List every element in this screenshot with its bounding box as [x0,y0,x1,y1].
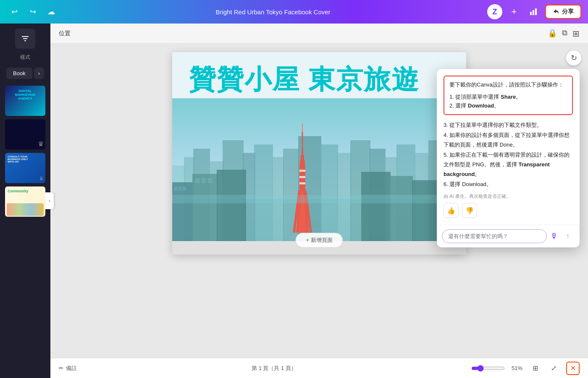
toolbar-position-label: 位置 [59,30,71,37]
expand-button[interactable]: ⤢ [548,362,559,374]
svg-rect-0 [530,12,532,15]
svg-rect-45 [183,186,186,191]
topbar-left: ↩ ↪ ☁ [7,4,59,19]
community-banner [7,203,44,216]
canvas-area: 位置 🔒 ⧉ ⊞ ↻ 贊贊小屋 東京旅遊 [50,24,588,378]
svg-rect-48 [202,178,206,183]
svg-rect-46 [192,174,218,241]
left-sidebar: 樣式 Book › DIGITALMARKETINGAGENCY ♛ CONSU… [0,24,50,378]
svg-rect-49 [208,178,212,183]
svg-rect-53 [412,180,439,241]
canvas-image-area [172,98,466,241]
zoom-level: 51% [512,365,522,371]
template-item-1[interactable]: DIGITALMARKETINGAGENCY [5,86,45,116]
canvas-refresh-button[interactable]: ↻ [566,50,581,66]
ai-step-2: 2. 選擇 Download。 [449,102,567,110]
redo-button[interactable]: ↪ [25,4,40,19]
grid-view-button[interactable]: ⊞ [529,362,541,374]
tokyo-skyline-svg [172,98,466,241]
ai-highlighted-steps: 1. 從頂部菜單中選擇 Share。 2. 選擇 Download。 [449,93,567,110]
svg-rect-14 [254,144,273,241]
ai-step-3: 3. 從下拉菜單中選擇你的下載文件類型。 [444,120,573,130]
bottom-bar-right: 51% ⊞ ⤢ ✕ [471,362,580,375]
thumbdown-button[interactable]: 👎 [462,203,477,218]
svg-rect-50 [217,170,246,241]
add-page-area: + 新增頁面 [172,241,466,255]
template-item-community[interactable]: Community [5,186,45,217]
analytics-button[interactable] [526,4,541,19]
template-label-1: DIGITALMARKETINGAGENCY [5,86,45,104]
cloud-save-button[interactable]: ☁ [44,4,59,19]
sidebar-section-label: 樣式 [20,54,30,61]
thumbup-button[interactable]: 👍 [444,203,459,218]
template-item-3[interactable]: CONSULT YOURBUSINESS ONLYWITH US! ♛ [5,153,45,183]
bottom-bar: ✏ 備註 第 1 頁（共 1 頁） 51% ⊞ ⤢ ✕ [50,358,588,378]
ai-intro-text: 要下載你的Canva設計，請按照以下步驟操作： [449,81,567,89]
canvas-title-area: 贊贊小屋 東京旅遊 [172,52,466,98]
page-info: 第 1 頁（共 1 頁） [84,365,465,372]
notes-icon: ✏ [59,365,63,371]
copy-icon[interactable]: ⧉ [562,29,567,39]
svg-rect-1 [533,10,534,15]
ai-panel: 要下載你的Canva設計，請按照以下步驟操作： 1. 從頂部菜單中選擇 Shar… [437,69,580,247]
template-label-3: CONSULT YOURBUSINESS ONLYWITH US! [5,153,45,165]
topbar: ↩ ↪ ☁ Bright Red Urban Tokyo Facebook Co… [0,0,588,24]
ai-footer-label: 由 AI 產生。再次檢查是否正確。 [444,193,573,200]
ai-input-area: 🎙 ↑ [437,225,580,247]
sidebar-collapse-button[interactable]: ‹ [45,192,54,209]
add-page-button[interactable]: + 新增頁面 [295,233,343,248]
ai-step-5: 5. 如果你正在下載一個有透明背景的設計，確保你的文件類型是 PNG。然後，選擇… [444,150,573,179]
sidebar-chevron-button[interactable]: › [34,68,44,79]
canvas-card: 贊贊小屋 東京旅遊 [172,52,466,255]
svg-rect-18 [320,144,338,241]
svg-rect-36 [300,160,305,165]
template-label-community: Community [5,186,45,196]
svg-rect-44 [178,186,182,191]
lock-icon[interactable]: 🔒 [548,29,557,39]
share-button[interactable]: 分享 [545,5,581,19]
ai-chat-input[interactable] [442,229,547,243]
canvas-main-title: 贊贊小屋 東京旅遊 [189,65,449,94]
book-selector: Book › [6,68,44,79]
main-layout: 樣式 Book › DIGITALMARKETINGAGENCY ♛ CONSU… [0,24,588,378]
zoom-slider[interactable] [471,365,505,372]
document-title: Bright Red Urban Tokyo Facebook Cover [64,8,482,16]
filter-button[interactable] [15,29,35,49]
canvas-workspace[interactable]: ↻ 贊贊小屋 東京旅遊 [50,44,588,358]
ai-highlighted-section: 要下載你的Canva設計，請按照以下步驟操作： 1. 從頂部菜單中選擇 Shar… [444,76,573,115]
ai-step-4: 4. 如果你的設計有多個頁面，從下拉菜單中選擇你想下載的頁面，然後選擇 Done… [444,130,573,150]
template-list: DIGITALMARKETINGAGENCY ♛ CONSULT YOURBUS… [0,86,50,217]
ai-feedback-area: 👍 👎 [444,203,573,218]
svg-rect-2 [535,8,537,15]
share-label: 分享 [562,8,574,16]
notes-label: 備註 [66,365,77,372]
svg-rect-32 [299,176,305,178]
ai-send-button[interactable]: ↑ [561,230,575,243]
brand-logo: Z [487,4,502,19]
svg-rect-31 [299,170,305,172]
undo-button[interactable]: ↩ [7,4,22,19]
canvas-toolbar: 位置 🔒 ⧉ ⊞ [50,24,588,44]
svg-rect-42 [172,182,193,241]
ai-panel-content: 要下載你的Canva設計，請按照以下步驟操作： 1. 從頂部菜單中選擇 Shar… [437,69,580,225]
svg-rect-55 [172,195,466,203]
template-crown-icon: ♛ [38,140,44,148]
template-crown-2-icon: ♛ [39,176,44,181]
ai-steps-list: 3. 從下拉菜單中選擇你的下載文件類型。 4. 如果你的設計有多個頁面，從下拉菜… [444,120,573,189]
book-button[interactable]: Book [6,68,32,79]
add-button[interactable]: + [507,4,522,19]
svg-rect-51 [361,172,391,241]
notes-button[interactable]: ✏ 備註 [59,365,77,372]
ai-step-1: 1. 從頂部菜單中選擇 Share。 [449,93,567,102]
template-item-2[interactable]: ♛ [5,119,45,150]
ai-step-6: 6. 選擇 Download。 [444,179,573,189]
svg-rect-33 [299,182,305,184]
mic-icon[interactable]: 🎙 [550,232,558,241]
svg-rect-52 [390,176,413,241]
svg-rect-47 [195,178,200,183]
topbar-right: Z + 分享 [487,4,581,19]
close-panel-button[interactable]: ✕ [566,362,580,375]
svg-rect-37 [301,155,304,161]
add-element-icon[interactable]: ⊞ [572,29,580,39]
svg-rect-43 [174,186,178,191]
